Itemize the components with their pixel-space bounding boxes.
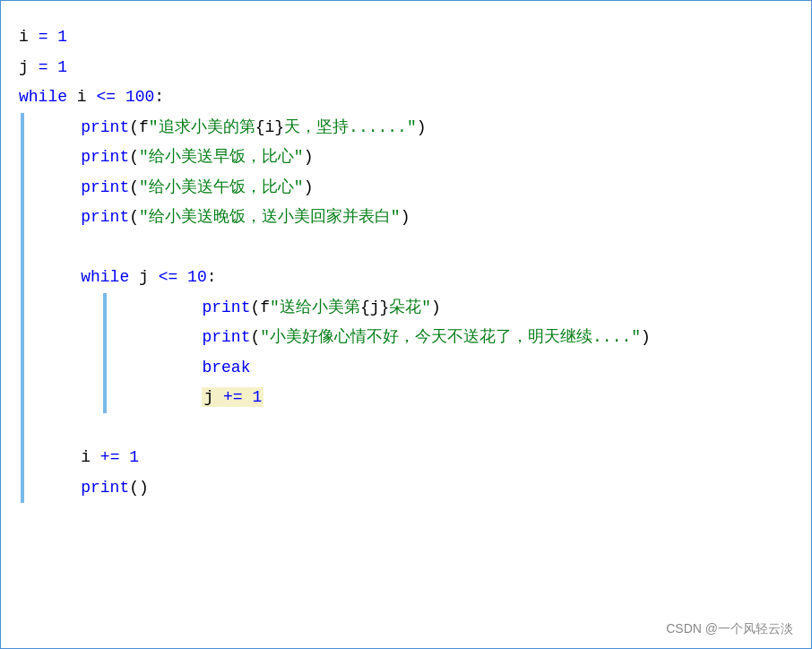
line-print2: print("给小美送早饭，比心") (24, 143, 811, 173)
line-print6: print("小美好像心情不好，今天不送花了，明天继续....") (107, 323, 811, 353)
line-print4: print("给小美送晚饭，送小美回家并表白") (24, 203, 811, 233)
line-empty1 (24, 233, 811, 264)
line-print3: print("给小美送午饭，比心") (24, 173, 811, 203)
line-empty2 (24, 413, 811, 444)
line-print-empty: print() (24, 473, 811, 504)
watermark: CSDN @一个风轻云淡 (666, 621, 793, 637)
line-break: break (107, 353, 811, 384)
line-print5: print(f"送给小美第{j}朵花") (107, 293, 811, 324)
code-container: i = 1 j = 1 while i <= 100: print(f"追求小美… (0, 0, 812, 649)
line-while-outer: while i <= 100: (1, 82, 811, 113)
line-while-inner: while j <= 10: (24, 263, 811, 293)
line-print1: print(f"追求小美的第{i}天，坚持......") (24, 113, 811, 143)
line-j-assign: j = 1 (1, 53, 811, 83)
line-i-inc: i += 1 (24, 443, 811, 473)
line-j-inc: j += 1 (107, 383, 811, 413)
line-i-assign: i = 1 (1, 22, 811, 53)
